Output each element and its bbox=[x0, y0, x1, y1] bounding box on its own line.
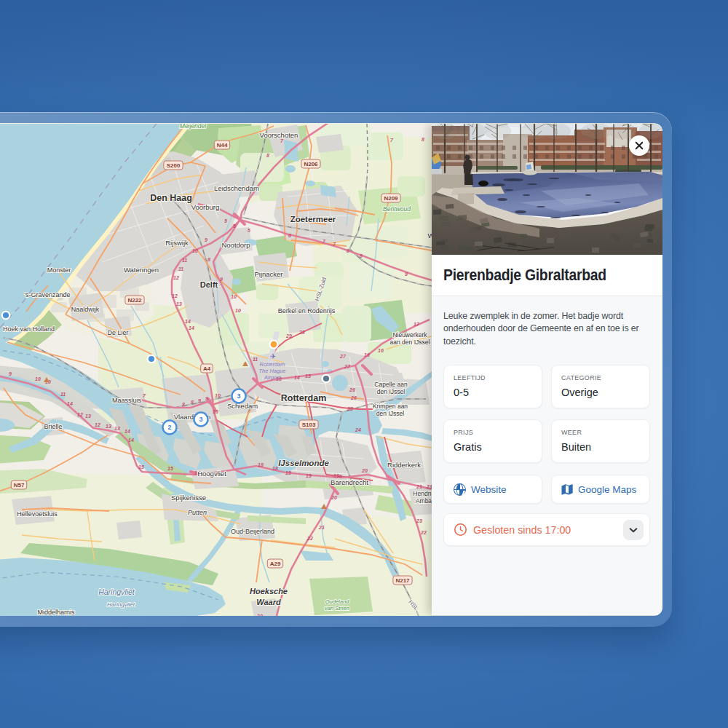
svg-text:21: 21 bbox=[318, 525, 325, 530]
svg-text:Barendrecht: Barendrecht bbox=[331, 478, 368, 486]
svg-text:Voorburg: Voorburg bbox=[191, 203, 220, 211]
svg-text:19: 19 bbox=[306, 473, 312, 478]
svg-text:5: 5 bbox=[248, 228, 250, 233]
svg-text:Voorschoten: Voorschoten bbox=[260, 131, 298, 139]
svg-text:14: 14 bbox=[67, 401, 73, 406]
svg-text:N44: N44 bbox=[217, 142, 228, 149]
svg-text:A29: A29 bbox=[270, 561, 281, 567]
svg-text:14: 14 bbox=[185, 319, 191, 324]
svg-text:22: 22 bbox=[306, 536, 313, 541]
svg-text:Meijendel: Meijendel bbox=[180, 124, 207, 130]
svg-text:Maassluis: Maassluis bbox=[112, 397, 142, 404]
svg-text:Rijswijk: Rijswijk bbox=[165, 239, 189, 247]
svg-text:13: 13 bbox=[176, 301, 182, 306]
svg-text:16: 16 bbox=[378, 348, 384, 353]
svg-text:Leidschendam: Leidschendam bbox=[214, 184, 259, 192]
svg-text:✈: ✈ bbox=[270, 352, 276, 360]
svg-text:11: 11 bbox=[253, 357, 258, 362]
svg-text:27: 27 bbox=[344, 364, 351, 369]
svg-text:9: 9 bbox=[205, 396, 208, 401]
svg-text:Wateringen: Wateringen bbox=[124, 266, 159, 274]
svg-text:Hellevoetsluis: Hellevoetsluis bbox=[17, 510, 58, 518]
svg-text:Haringvliet: Haringvliet bbox=[98, 587, 135, 596]
svg-text:15: 15 bbox=[305, 373, 311, 379]
svg-text:12: 12 bbox=[95, 422, 100, 427]
svg-text:5: 5 bbox=[233, 223, 236, 229]
svg-text:IJsselmonde: IJsselmonde bbox=[278, 459, 329, 467]
svg-text:11: 11 bbox=[182, 258, 187, 263]
svg-text:Rotterdam: Rotterdam bbox=[281, 393, 327, 403]
svg-text:Putten: Putten bbox=[188, 509, 207, 516]
svg-text:5: 5 bbox=[224, 218, 227, 223]
svg-text:14: 14 bbox=[124, 429, 130, 434]
svg-text:10: 10 bbox=[215, 393, 221, 398]
svg-text:18: 18 bbox=[258, 462, 264, 467]
svg-text:2: 2 bbox=[167, 424, 171, 431]
svg-text:Nieuwerkerk: Nieuwerkerk bbox=[392, 331, 427, 339]
svg-text:28: 28 bbox=[298, 330, 305, 335]
svg-text:6: 6 bbox=[288, 233, 291, 238]
svg-text:Nootdorp: Nootdorp bbox=[221, 241, 250, 249]
svg-text:11: 11 bbox=[60, 392, 66, 397]
svg-text:13: 13 bbox=[114, 426, 120, 431]
svg-text:10: 10 bbox=[192, 248, 198, 253]
svg-text:Capelle aan: Capelle aan bbox=[374, 381, 408, 388]
svg-text:26: 26 bbox=[349, 387, 355, 392]
svg-text:Hoeksche: Hoeksche bbox=[250, 587, 288, 596]
svg-text:3: 3 bbox=[237, 392, 240, 400]
svg-text:8: 8 bbox=[266, 153, 269, 158]
svg-text:N217: N217 bbox=[395, 577, 410, 584]
svg-text:The Hague: The Hague bbox=[258, 368, 285, 374]
svg-text:Zoetermeer: Zoetermeer bbox=[290, 215, 336, 223]
svg-text:8: 8 bbox=[347, 248, 349, 253]
svg-text:13: 13 bbox=[106, 424, 111, 429]
svg-text:21: 21 bbox=[426, 484, 432, 489]
svg-text:16: 16 bbox=[364, 352, 370, 357]
svg-text:Monster: Monster bbox=[47, 266, 71, 274]
svg-text:9: 9 bbox=[205, 237, 207, 242]
svg-text:17: 17 bbox=[414, 322, 420, 327]
svg-text:10: 10 bbox=[235, 308, 241, 313]
svg-text:'s-Gravenzande: 's-Gravenzande bbox=[24, 291, 70, 298]
svg-text:9: 9 bbox=[9, 371, 12, 376]
svg-text:11: 11 bbox=[178, 266, 183, 272]
svg-text:N206: N206 bbox=[304, 161, 318, 167]
svg-text:10: 10 bbox=[231, 294, 237, 299]
svg-text:8: 8 bbox=[191, 400, 194, 405]
svg-text:19: 19 bbox=[285, 470, 291, 475]
svg-text:Brielle: Brielle bbox=[44, 423, 62, 430]
svg-text:15: 15 bbox=[167, 466, 173, 471]
svg-text:S103: S103 bbox=[302, 422, 316, 428]
svg-text:12: 12 bbox=[77, 412, 83, 417]
svg-text:26: 26 bbox=[350, 395, 357, 400]
svg-text:aan den IJssel: aan den IJssel bbox=[390, 339, 430, 346]
svg-text:Naaldwijk: Naaldwijk bbox=[71, 306, 100, 313]
svg-text:Haringvliet: Haringvliet bbox=[107, 601, 135, 608]
svg-text:13: 13 bbox=[85, 414, 91, 419]
svg-text:Schiedam: Schiedam bbox=[227, 402, 258, 410]
svg-text:8: 8 bbox=[422, 137, 424, 142]
svg-text:24: 24 bbox=[355, 427, 361, 432]
svg-text:20: 20 bbox=[361, 468, 368, 473]
svg-text:Berkel en Rodenrijs: Berkel en Rodenrijs bbox=[278, 307, 336, 314]
svg-text:9: 9 bbox=[405, 272, 408, 277]
svg-text:Rotterdam: Rotterdam bbox=[259, 361, 285, 368]
svg-text:12: 12 bbox=[172, 293, 178, 298]
svg-text:27: 27 bbox=[339, 354, 347, 359]
svg-text:Den Haag: Den Haag bbox=[150, 193, 192, 203]
svg-text:10: 10 bbox=[35, 376, 41, 381]
svg-text:Oudeland: Oudeland bbox=[325, 598, 349, 605]
svg-text:14: 14 bbox=[294, 375, 300, 380]
svg-text:3: 3 bbox=[199, 416, 202, 423]
svg-text:Airport: Airport bbox=[264, 374, 281, 381]
svg-text:De Lier: De Lier bbox=[107, 329, 128, 336]
svg-text:14: 14 bbox=[128, 438, 134, 443]
svg-text:22: 22 bbox=[256, 614, 263, 616]
svg-text:14: 14 bbox=[189, 325, 194, 331]
svg-text:29: 29 bbox=[285, 333, 292, 339]
svg-text:Ridderkerk: Ridderkerk bbox=[387, 461, 421, 469]
svg-text:19a: 19a bbox=[333, 473, 342, 478]
svg-text:22: 22 bbox=[420, 530, 427, 535]
svg-text:A4: A4 bbox=[203, 365, 211, 372]
svg-text:den IJssel: den IJssel bbox=[377, 388, 405, 395]
